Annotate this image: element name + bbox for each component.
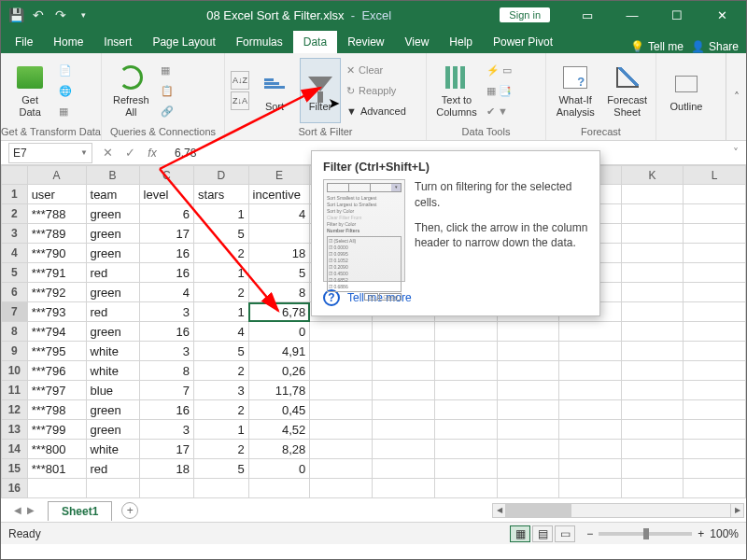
cell[interactable]	[621, 459, 684, 479]
col-header-C[interactable]: C	[139, 166, 194, 185]
cell[interactable]	[621, 479, 684, 498]
cell[interactable]: 4	[248, 204, 310, 224]
cell[interactable]: 1	[194, 263, 249, 283]
view-normal-button[interactable]: ▦	[510, 525, 530, 542]
get-data-gallery[interactable]: 📄 🌐 ▦	[59, 61, 95, 120]
cell[interactable]	[497, 479, 558, 498]
sort-za-button[interactable]: Z↓A	[231, 91, 249, 110]
cell[interactable]	[621, 204, 684, 224]
row-header[interactable]: 11	[2, 381, 28, 400]
cell[interactable]: 5	[248, 263, 310, 283]
row-header[interactable]: 10	[2, 361, 28, 381]
cell[interactable]	[372, 459, 434, 479]
cell[interactable]	[621, 322, 684, 342]
cell[interactable]: 2	[194, 361, 249, 381]
col-header-B[interactable]: B	[86, 166, 139, 185]
text-to-columns-button[interactable]: Text to Columns	[432, 58, 481, 123]
row-header[interactable]: 9	[2, 342, 28, 361]
cell[interactable]	[621, 263, 684, 283]
cell[interactable]: 3	[139, 420, 194, 440]
cell[interactable]: 1	[194, 302, 249, 322]
cell[interactable]	[310, 420, 373, 440]
ribbon-options-icon[interactable]: ▭	[567, 2, 608, 28]
row-header[interactable]: 7	[2, 302, 28, 322]
cell[interactable]: red	[86, 459, 139, 479]
col-header-K[interactable]: K	[621, 166, 684, 185]
cell[interactable]: 16	[139, 244, 194, 263]
cell[interactable]: white	[86, 440, 139, 459]
cell[interactable]: 3	[194, 381, 249, 400]
cell[interactable]	[684, 420, 746, 440]
cell[interactable]	[248, 224, 310, 244]
sort-az-button[interactable]: A↓Z	[231, 71, 249, 90]
row-header[interactable]: 1	[2, 185, 28, 204]
cell[interactable]: red	[86, 263, 139, 283]
chevron-down-icon[interactable]: ▼	[80, 148, 88, 157]
tab-page-layout[interactable]: Page Layout	[142, 31, 225, 53]
cell[interactable]	[310, 342, 373, 361]
cell[interactable]	[434, 459, 497, 479]
row-header[interactable]: 15	[2, 459, 28, 479]
cell[interactable]	[621, 381, 684, 400]
cell[interactable]: ***791	[27, 263, 86, 283]
cell[interactable]	[684, 302, 746, 322]
cell[interactable]	[497, 420, 558, 440]
cell[interactable]: 17	[139, 224, 194, 244]
cell[interactable]: 4,91	[248, 342, 310, 361]
cell[interactable]	[434, 479, 497, 498]
cell[interactable]	[621, 440, 684, 459]
cell[interactable]	[310, 459, 373, 479]
cell[interactable]: 5	[194, 342, 249, 361]
sheet-tab-sheet1[interactable]: Sheet1	[48, 501, 112, 521]
cell[interactable]	[497, 400, 558, 420]
refresh-all-button[interactable]: Refresh All	[107, 58, 155, 123]
col-header-E[interactable]: E	[248, 166, 310, 185]
tab-view[interactable]: View	[395, 31, 440, 53]
cell[interactable]	[372, 381, 434, 400]
cell[interactable]	[372, 479, 434, 498]
cell[interactable]: ***790	[27, 244, 86, 263]
filter-button[interactable]: Filter	[300, 58, 341, 123]
cell[interactable]: ***798	[27, 400, 86, 420]
cell[interactable]: 4,52	[248, 420, 310, 440]
cell[interactable]	[434, 361, 497, 381]
reapply-button[interactable]: ↻ Reapply	[346, 81, 406, 100]
cell[interactable]	[310, 400, 373, 420]
cell[interactable]: 11,78	[248, 381, 310, 400]
cell[interactable]	[684, 400, 746, 420]
new-sheet-button[interactable]: +	[121, 502, 138, 519]
cell[interactable]: 3	[139, 342, 194, 361]
cell[interactable]	[684, 185, 746, 204]
cell[interactable]: team	[86, 185, 139, 204]
cell[interactable]	[684, 479, 746, 498]
tab-data[interactable]: Data	[293, 31, 337, 53]
cell[interactable]: user	[27, 185, 86, 204]
cell[interactable]	[558, 479, 621, 498]
cell[interactable]	[497, 322, 558, 342]
cell[interactable]: 16	[139, 400, 194, 420]
cell[interactable]: 0,26	[248, 361, 310, 381]
cell[interactable]	[621, 283, 684, 302]
cell[interactable]	[558, 400, 621, 420]
horizontal-scrollbar[interactable]: ◀ ▶	[492, 503, 744, 518]
row-header[interactable]: 8	[2, 322, 28, 342]
cell[interactable]: 18	[248, 244, 310, 263]
cell[interactable]: ***795	[27, 342, 86, 361]
zoom-out-button[interactable]: −	[586, 527, 593, 540]
cell[interactable]	[86, 479, 139, 498]
cell[interactable]	[684, 459, 746, 479]
cell[interactable]	[684, 440, 746, 459]
cell[interactable]: ***801	[27, 459, 86, 479]
cell[interactable]	[684, 263, 746, 283]
save-icon[interactable]: 💾	[8, 7, 23, 22]
cell[interactable]	[621, 420, 684, 440]
cell[interactable]: 18	[139, 459, 194, 479]
cell[interactable]: 1	[194, 420, 249, 440]
expand-formula-bar-button[interactable]: ˅	[726, 147, 746, 160]
minimize-button[interactable]: —	[612, 2, 653, 28]
cell[interactable]: 16	[139, 322, 194, 342]
cell[interactable]	[621, 400, 684, 420]
maximize-button[interactable]: ☐	[656, 2, 698, 28]
row-header[interactable]: 3	[2, 224, 28, 244]
cell[interactable]	[434, 440, 497, 459]
